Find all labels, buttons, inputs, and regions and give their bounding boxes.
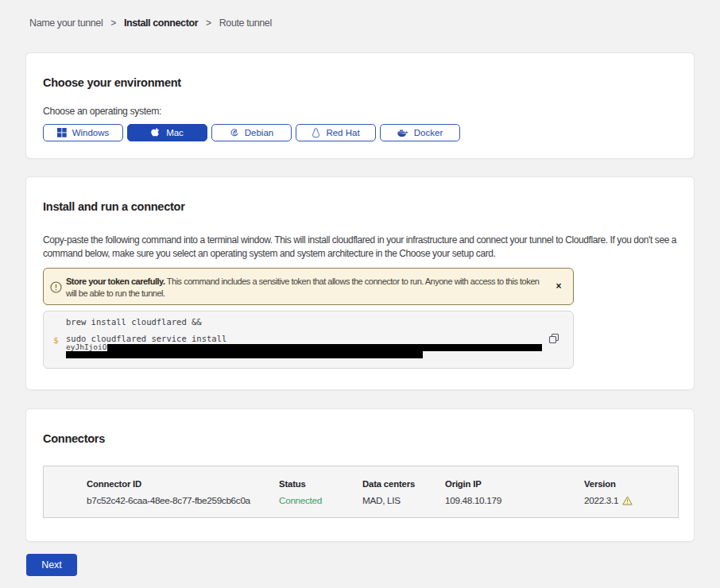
breadcrumb-route-tunnel[interactable]: Route tunnel — [219, 17, 272, 29]
token-warning-callout: Store your token carefully. This command… — [43, 268, 574, 305]
install-command-codeblock[interactable]: $ brew install cloudflared && sudo cloud… — [43, 311, 574, 369]
col-header-data-centers: Data centers — [362, 479, 445, 489]
token-prefix: eyJhIjoiO — [66, 342, 106, 351]
windows-icon — [57, 128, 67, 137]
code-line-sudo: sudo cloudflared service install — [66, 335, 559, 343]
environment-card: Choose your environment Choose an operat… — [25, 52, 695, 159]
col-header-origin-ip: Origin IP — [445, 479, 584, 489]
os-button-label: Red Hat — [326, 128, 359, 137]
breadcrumb: Name your tunnel > Install connector > R… — [29, 17, 272, 29]
os-button-label: Docker — [414, 128, 443, 137]
token-redaction-bar — [107, 344, 542, 351]
os-button-label: Windows — [72, 128, 110, 137]
breadcrumb-install-connector[interactable]: Install connector — [124, 17, 198, 29]
connector-status-cell: Connected — [279, 495, 362, 506]
os-button-label: Mac — [166, 128, 184, 137]
connectors-table-header: Connector ID Status Data centers Origin … — [87, 479, 670, 489]
connector-version-cell: 2022.3.1 — [584, 495, 670, 506]
redhat-linux-icon — [312, 128, 320, 138]
os-select-label: Choose an operating system: — [43, 106, 161, 117]
copy-icon[interactable] — [548, 333, 560, 346]
connectors-card: Connectors Connector ID Status Data cent… — [25, 408, 695, 542]
connector-datacenters-cell: MAD, LIS — [362, 495, 445, 506]
debian-icon — [230, 128, 239, 137]
code-line-token-2 — [66, 351, 559, 359]
terminal-prompt: $ — [53, 335, 59, 346]
connector-row: b7c52c42-6caa-48ee-8c77-fbe259cb6c0a Con… — [87, 495, 670, 506]
version-warning-icon[interactable] — [622, 496, 633, 505]
breadcrumb-separator: > — [110, 17, 116, 29]
os-button-docker[interactable]: Docker — [380, 124, 460, 141]
alert-circle-icon — [50, 281, 62, 293]
connector-id-cell: b7c52c42-6caa-48ee-8c77-fbe259cb6c0a — [87, 495, 279, 506]
docker-icon — [397, 129, 408, 137]
connector-version-value: 2022.3.1 — [584, 495, 618, 506]
next-button[interactable]: Next — [26, 554, 77, 576]
os-button-redhat[interactable]: Red Hat — [296, 124, 376, 141]
os-button-windows[interactable]: Windows — [43, 124, 123, 141]
col-header-connector-id: Connector ID — [87, 479, 279, 489]
token-warning-bold: Store your token carefully. — [66, 277, 165, 286]
close-icon[interactable]: × — [553, 280, 564, 292]
token-warning-text: Store your token carefully. This command… — [66, 276, 544, 300]
connector-origin-ip-cell: 109.48.10.179 — [445, 495, 584, 506]
code-line-brew: brew install cloudflared && — [66, 318, 559, 327]
token-redaction-bar — [66, 351, 423, 358]
connectors-table: Connector ID Status Data centers Origin … — [43, 466, 679, 518]
breadcrumb-separator: > — [206, 17, 211, 29]
install-connector-title: Install and run a connector — [43, 200, 185, 213]
os-button-debian[interactable]: Debian — [211, 124, 292, 141]
install-connector-card: Install and run a connector Copy-paste t… — [25, 176, 695, 390]
environment-card-title: Choose your environment — [43, 76, 181, 89]
breadcrumb-name-your-tunnel[interactable]: Name your tunnel — [29, 17, 103, 29]
install-command-text: brew install cloudflared && sudo cloudfl… — [66, 318, 559, 358]
os-button-mac[interactable]: Mac — [127, 124, 207, 141]
col-header-status: Status — [279, 479, 362, 489]
install-connector-description: Copy-paste the following command into a … — [43, 234, 679, 261]
apple-icon — [151, 128, 161, 138]
os-button-group: Windows Mac Debian Red Hat Docker — [43, 124, 460, 141]
os-button-label: Debian — [245, 128, 273, 137]
col-header-version: Version — [584, 479, 670, 489]
code-line-token: eyJhIjoiO — [66, 343, 559, 351]
connectors-title: Connectors — [43, 432, 105, 445]
